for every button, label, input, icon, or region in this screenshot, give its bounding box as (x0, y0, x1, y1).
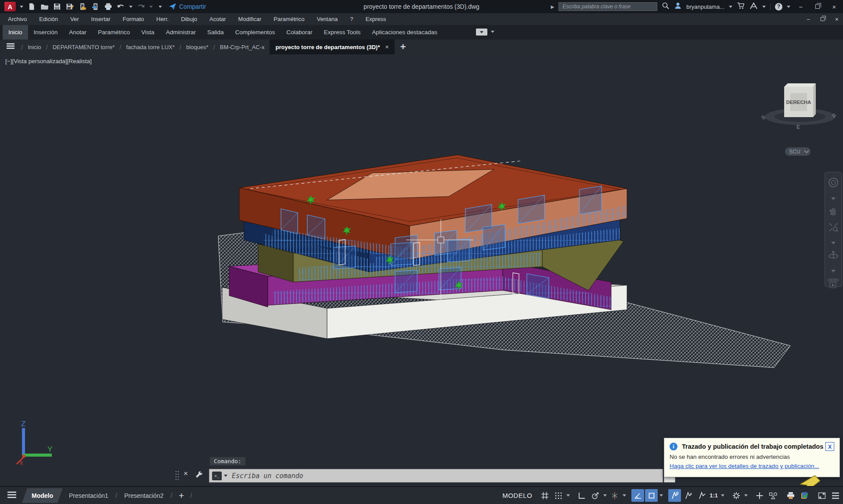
menu-edicion[interactable]: Edición (33, 13, 64, 25)
autocad-app-icon[interactable]: A (4, 2, 16, 11)
ribbon-tab-vista[interactable]: Vista (136, 25, 160, 39)
file-tab-close-icon[interactable]: × (385, 43, 389, 50)
ribbon-tab-colaborar[interactable]: Colaborar (281, 25, 318, 39)
clean-screen-plus-icon[interactable] (753, 489, 766, 502)
ribbon-tab-parametrico[interactable]: Paramétrico (92, 25, 136, 39)
undo-icon[interactable] (116, 2, 125, 11)
new-drawing-icon[interactable] (27, 2, 36, 11)
undo-caret-icon[interactable] (129, 6, 133, 8)
notification-close-button[interactable]: X (825, 442, 834, 451)
menu-insertar[interactable]: Insertar (85, 13, 117, 25)
signed-in-user[interactable]: bryanputama... (686, 4, 724, 10)
autodesk-logo-icon[interactable] (749, 2, 758, 11)
plot-details-icon[interactable] (798, 489, 811, 502)
command-input-bar[interactable]: >_ Escriba un comando (209, 469, 663, 483)
drawing-restore-button[interactable] (821, 17, 825, 21)
app-menu-caret-icon[interactable] (20, 6, 23, 8)
redo-caret-icon[interactable] (149, 6, 153, 8)
menu-ayuda[interactable]: ? (344, 13, 359, 25)
search-icon[interactable] (662, 2, 670, 11)
file-tab-bloques[interactable]: bloques* (181, 44, 213, 50)
menu-archivo[interactable]: Archivo (2, 13, 33, 25)
search-expand-icon[interactable]: ▶ (551, 4, 555, 9)
snap-mode-toggle[interactable] (552, 489, 565, 502)
open-drawing-icon[interactable] (40, 2, 49, 11)
ribbon-tab-inicio[interactable]: Inicio (3, 25, 28, 39)
annotation-autoscale-toggle[interactable] (682, 489, 695, 502)
user-menu-caret-icon[interactable] (729, 6, 732, 8)
app-restore-button[interactable] (811, 0, 824, 13)
annotation-scale-caret-icon[interactable] (720, 494, 725, 497)
fullscreen-toggle[interactable] (815, 489, 828, 502)
command-dock-grip[interactable] (175, 470, 180, 483)
search-input[interactable] (558, 2, 657, 11)
isolate-objects-toggle[interactable] (767, 489, 779, 502)
save-to-web-mobile-icon[interactable] (91, 2, 100, 11)
object-snap-caret-icon[interactable] (658, 494, 664, 497)
app-minimize-button[interactable]: − (795, 0, 807, 13)
menu-formato[interactable]: Formato (117, 13, 150, 25)
annotation-scale-value[interactable]: 1:1 (709, 492, 720, 499)
pan-hand-icon[interactable] (828, 206, 839, 218)
layout-tab-presentacion2[interactable]: Presentación2 (119, 492, 169, 499)
workspace-caret-icon[interactable] (743, 494, 749, 497)
ribbon-tab-administrar[interactable]: Administrar (160, 25, 202, 39)
help-caret-icon[interactable] (787, 6, 790, 8)
layout-tab-modelo[interactable]: Modelo (22, 488, 63, 503)
open-from-web-mobile-icon[interactable] (78, 2, 87, 11)
drawing-close-button[interactable]: × (835, 16, 839, 23)
menu-herramientas[interactable]: Herr. (150, 13, 175, 25)
plot-printer-icon[interactable] (784, 489, 797, 502)
ortho-mode-toggle[interactable] (575, 489, 588, 502)
ribbon-tab-complementos[interactable]: Complementos (229, 25, 281, 39)
zoom-caret-icon[interactable] (831, 238, 836, 246)
orbit-icon[interactable] (828, 250, 839, 262)
polar-tracking-toggle[interactable] (589, 489, 602, 502)
navwheel-icon[interactable] (828, 177, 839, 190)
user-avatar-icon[interactable] (674, 2, 682, 11)
file-tab-departamento-torre[interactable]: DEPARTAMENTO torre* (48, 44, 119, 50)
menu-ventana[interactable]: Ventana (310, 13, 344, 25)
grid-display-toggle[interactable] (538, 489, 551, 502)
command-prompt-icon[interactable]: >_ (212, 472, 222, 480)
status-customization-menu-icon[interactable] (829, 489, 842, 502)
isometric-caret-icon[interactable] (621, 494, 627, 497)
menu-modificar[interactable]: Modificar (232, 13, 268, 25)
menu-acotar[interactable]: Acotar (203, 13, 232, 25)
command-recent-caret-icon[interactable] (224, 475, 227, 477)
qat-customize-caret-icon[interactable] (159, 6, 162, 8)
navwheel-caret-icon[interactable] (831, 194, 836, 202)
ribbon-tab-anotar[interactable]: Anotar (63, 25, 92, 39)
command-customize-wrench-icon[interactable] (195, 470, 204, 481)
command-close-button[interactable]: × (184, 469, 188, 478)
save-icon[interactable] (53, 2, 61, 11)
notification-details-link[interactable]: Haga clic para ver los detalles de traza… (670, 463, 834, 469)
3d-model-canvas[interactable]: DERECHA S N E SCU Z Y X (0, 54, 843, 486)
zoom-extents-icon[interactable] (828, 222, 839, 234)
new-file-tab-button[interactable]: + (395, 41, 411, 53)
ribbon-tab-salida[interactable]: Salida (202, 25, 230, 39)
layout-menu-icon[interactable] (3, 491, 21, 500)
share-button[interactable]: Compartir (169, 3, 206, 10)
viewcube[interactable]: DERECHA S N E SCU (760, 83, 837, 156)
file-tabs-menu-icon[interactable] (0, 43, 21, 51)
menu-dibujo[interactable]: Dibujo (175, 13, 203, 25)
menu-parametrico[interactable]: Paramétrico (267, 13, 310, 25)
file-tab-active-proyecto-torre[interactable]: proyecto torre de departamentos (3D)* × (270, 39, 395, 54)
help-icon[interactable]: ? (775, 3, 782, 11)
isometric-drafting-toggle[interactable] (608, 489, 621, 502)
ribbon-tab-aplicaciones[interactable]: Aplicaciones destacadas (366, 25, 443, 39)
menu-ver[interactable]: Ver (64, 13, 85, 25)
orbit-caret-icon[interactable] (831, 266, 836, 274)
annotation-scale-icon[interactable] (695, 489, 708, 502)
workspace-gear-icon[interactable] (730, 489, 742, 502)
drawing-minimize-button[interactable]: − (807, 16, 810, 23)
ribbon-tab-insercion[interactable]: Inserción (28, 25, 64, 39)
ribbon-collapse-caret-icon[interactable] (491, 31, 494, 33)
ribbon-collapse-button[interactable] (476, 29, 487, 36)
showmotion-icon[interactable] (828, 278, 839, 290)
ribbon-tab-express-tools[interactable]: Express Tools (318, 25, 367, 39)
file-tab-bm-crp-prt[interactable]: BM-Crp-Prt_AC-x (215, 44, 270, 50)
app-close-button[interactable]: × (828, 0, 840, 13)
layout-tab-presentacion1[interactable]: Presentación1 (64, 492, 114, 499)
